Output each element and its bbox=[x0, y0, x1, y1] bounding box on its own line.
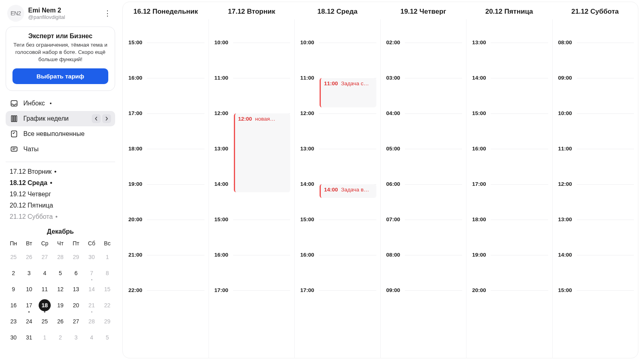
calendar-day[interactable]: 6 bbox=[68, 265, 84, 281]
hour-slot[interactable]: 12:00 bbox=[295, 113, 380, 149]
day-column[interactable]: 02:0003:0004:0005:0006:0007:0008:0009:00 bbox=[380, 19, 466, 358]
sidebar-day-item[interactable]: 17.12 Вторник • bbox=[7, 166, 114, 177]
calendar-day[interactable]: 22 bbox=[99, 297, 115, 313]
week-next-icon[interactable] bbox=[102, 114, 111, 123]
hour-slot[interactable]: 15:00 bbox=[209, 220, 295, 255]
hour-slot[interactable]: 21:00 bbox=[123, 255, 208, 290]
sidebar-day-item[interactable]: 21.12 Суббота • bbox=[7, 211, 114, 222]
hour-slot[interactable]: 11:00 bbox=[209, 78, 295, 113]
calendar-day[interactable]: 2 bbox=[6, 265, 21, 281]
hour-slot[interactable]: 22:00 bbox=[123, 290, 208, 326]
calendar-day[interactable]: 4 bbox=[37, 265, 53, 281]
hour-slot[interactable]: 10:00 bbox=[209, 43, 295, 78]
calendar-day[interactable]: 15 bbox=[99, 281, 115, 297]
calendar-day[interactable]: 5 bbox=[99, 329, 115, 345]
nav-chats[interactable]: Чаты bbox=[6, 142, 115, 157]
hour-slot[interactable]: 12:00 bbox=[553, 184, 638, 220]
week-prev-icon[interactable] bbox=[92, 114, 101, 123]
calendar-day[interactable]: 13 bbox=[68, 281, 84, 297]
hour-slot[interactable]: 20:00 bbox=[466, 290, 552, 326]
hour-slot[interactable]: 13:00 bbox=[553, 220, 638, 255]
calendar-day[interactable]: 29 bbox=[99, 313, 115, 329]
calendar-day[interactable]: 4 bbox=[84, 329, 99, 345]
hour-slot[interactable]: 04:00 bbox=[381, 113, 466, 149]
day-column[interactable]: 10:0011:0012:0013:0014:0015:0016:0017:00… bbox=[208, 19, 295, 358]
more-menu-icon[interactable]: ⋮ bbox=[101, 7, 114, 19]
hour-slot[interactable]: 10:00 bbox=[553, 113, 638, 149]
calendar-day[interactable]: 28 bbox=[53, 249, 68, 265]
sidebar-day-item[interactable]: 19.12 Четверг bbox=[7, 189, 114, 200]
calendar-day[interactable]: 30 bbox=[84, 249, 99, 265]
hour-slot[interactable]: 17:00 bbox=[295, 290, 380, 326]
calendar-day[interactable]: 1 bbox=[37, 329, 53, 345]
hour-slot[interactable]: 16:00 bbox=[209, 255, 295, 290]
day-column[interactable]: 08:0009:0010:0011:0012:0013:0014:0015:00 bbox=[552, 19, 638, 358]
hour-slot[interactable]: 08:00 bbox=[381, 255, 466, 290]
hour-slot[interactable]: 15:00 bbox=[295, 220, 380, 255]
hour-slot[interactable]: 09:00 bbox=[553, 78, 638, 113]
calendar-day[interactable]: 31 bbox=[21, 329, 37, 345]
hour-slot[interactable]: 15:00 bbox=[553, 290, 638, 326]
calendar-day[interactable]: 26 bbox=[53, 313, 68, 329]
calendar-day[interactable]: 19 bbox=[53, 297, 68, 313]
sidebar-day-item[interactable]: 18.12 Среда • bbox=[7, 177, 114, 189]
day-column[interactable]: 15:0016:0017:0018:0019:0020:0021:0022:00 bbox=[123, 19, 208, 358]
calendar-day[interactable]: 12 bbox=[53, 281, 68, 297]
calendar-day[interactable]: 11 bbox=[37, 281, 53, 297]
hour-slot[interactable]: 17:00 bbox=[123, 113, 208, 149]
calendar-day[interactable]: 3 bbox=[21, 265, 37, 281]
choose-plan-button[interactable]: Выбрать тариф bbox=[12, 68, 108, 84]
hour-slot[interactable]: 13:00 bbox=[466, 43, 552, 78]
calendar-day[interactable]: 20 bbox=[68, 297, 84, 313]
hour-slot[interactable]: 03:00 bbox=[381, 78, 466, 113]
calendar-day[interactable]: 24 bbox=[21, 313, 37, 329]
calendar-day[interactable]: 25 bbox=[6, 249, 21, 265]
calendar-day[interactable]: 7 bbox=[84, 265, 99, 281]
nav-all-undone[interactable]: Все невыполненные bbox=[6, 126, 115, 142]
calendar-day[interactable]: 1 bbox=[99, 249, 115, 265]
calendar-day[interactable]: 30 bbox=[6, 329, 21, 345]
hour-slot[interactable]: 07:00 bbox=[381, 220, 466, 255]
calendar-day[interactable]: 28 bbox=[84, 313, 99, 329]
calendar-day[interactable]: 10 bbox=[21, 281, 37, 297]
hour-slot[interactable]: 17:00 bbox=[209, 290, 295, 326]
calendar-day[interactable]: 5 bbox=[53, 265, 68, 281]
calendar-day[interactable]: 2 bbox=[53, 329, 68, 345]
hour-slot[interactable]: 09:00 bbox=[381, 290, 466, 326]
hour-slot[interactable]: 19:00 bbox=[466, 255, 552, 290]
calendar-day[interactable]: 8 bbox=[99, 265, 115, 281]
hour-slot[interactable]: 02:00 bbox=[381, 43, 466, 78]
calendar-day[interactable]: 23 bbox=[6, 313, 21, 329]
calendar-day[interactable]: 14 bbox=[84, 281, 99, 297]
calendar-day[interactable]: 21 bbox=[84, 297, 99, 313]
nav-week[interactable]: График недели bbox=[6, 111, 115, 126]
hour-slot[interactable]: 05:00 bbox=[381, 149, 466, 184]
day-column[interactable]: 13:0014:0015:0016:0017:0018:0019:0020:00 bbox=[466, 19, 552, 358]
hour-slot[interactable]: 06:00 bbox=[381, 184, 466, 220]
calendar-day[interactable]: 3 bbox=[68, 329, 84, 345]
hour-slot[interactable]: 15:00 bbox=[123, 43, 208, 78]
calendar-day[interactable]: 17 bbox=[21, 297, 37, 313]
calendar-day[interactable]: 18 bbox=[37, 297, 53, 313]
calendar-day[interactable]: 29 bbox=[68, 249, 84, 265]
calendar-day[interactable]: 27 bbox=[37, 249, 53, 265]
calendar-day[interactable]: 16 bbox=[6, 297, 21, 313]
hour-slot[interactable]: 14:00 bbox=[553, 255, 638, 290]
hour-slot[interactable]: 19:00 bbox=[123, 184, 208, 220]
sidebar-day-item[interactable]: 20.12 Пятница bbox=[7, 200, 114, 211]
calendar-event[interactable]: 11:00 Задача с… bbox=[320, 78, 376, 107]
hour-slot[interactable]: 18:00 bbox=[466, 220, 552, 255]
hour-slot[interactable]: 18:00 bbox=[123, 149, 208, 184]
hour-slot[interactable]: 20:00 bbox=[123, 220, 208, 255]
day-column[interactable]: 10:0011:0012:0013:0014:0015:0016:0017:00… bbox=[294, 19, 380, 358]
calendar-day[interactable]: 27 bbox=[68, 313, 84, 329]
hour-slot[interactable]: 16:00 bbox=[466, 149, 552, 184]
hour-slot[interactable]: 13:00 bbox=[295, 149, 380, 184]
calendar-event[interactable]: 14:00 Задача в… bbox=[320, 184, 376, 198]
hour-slot[interactable]: 10:00 bbox=[295, 43, 380, 78]
calendar-event[interactable]: 12:00 новая… bbox=[234, 113, 291, 192]
calendar-day[interactable]: 26 bbox=[21, 249, 37, 265]
hour-slot[interactable]: 17:00 bbox=[466, 184, 552, 220]
hour-slot[interactable]: 08:00 bbox=[553, 43, 638, 78]
calendar-day[interactable]: 9 bbox=[6, 281, 21, 297]
